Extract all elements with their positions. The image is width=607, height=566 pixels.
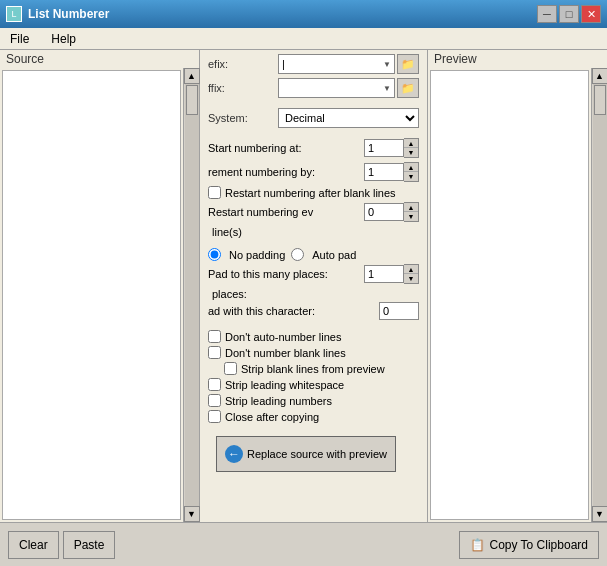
strip-blank-row: Strip blank lines from preview bbox=[208, 362, 419, 375]
close-after-checkbox[interactable] bbox=[208, 410, 221, 423]
strip-blank-checkbox[interactable] bbox=[224, 362, 237, 375]
replace-icon: ← bbox=[225, 445, 243, 463]
pad-many-up-arrow[interactable]: ▲ bbox=[404, 265, 418, 274]
strip-num-checkbox[interactable] bbox=[208, 394, 221, 407]
system-select[interactable]: Decimal Roman Alpha Binary bbox=[278, 108, 419, 128]
title-bar: L List Numberer ─ □ ✕ bbox=[0, 0, 607, 28]
start-label: Start numbering at: bbox=[208, 142, 364, 154]
start-arrows: ▲ ▼ bbox=[404, 138, 419, 158]
auto-pad-label: Auto pad bbox=[312, 249, 356, 261]
pad-many-input[interactable] bbox=[364, 265, 404, 283]
restart-every-down-arrow[interactable]: ▼ bbox=[404, 212, 418, 221]
increment-arrows: ▲ ▼ bbox=[404, 162, 419, 182]
ffix-label: ffix: bbox=[208, 82, 278, 94]
title-bar-left: L List Numberer bbox=[6, 6, 109, 22]
no-auto-label: Don't auto-number lines bbox=[225, 331, 341, 343]
copy-clipboard-button[interactable]: 📋 Copy To Clipboard bbox=[459, 531, 599, 559]
preview-scrollbar[interactable]: ▲ ▼ bbox=[591, 68, 607, 522]
ffix-row: ffix: ▼ 📁 bbox=[208, 78, 419, 98]
source-scrollbar[interactable]: ▲ ▼ bbox=[183, 68, 199, 522]
start-input[interactable] bbox=[364, 139, 404, 157]
pad-char-label: ad with this character: bbox=[208, 305, 379, 317]
close-after-label: Close after copying bbox=[225, 411, 319, 423]
increment-spinbox: ▲ ▼ bbox=[364, 162, 419, 182]
strip-ws-label: Strip leading whitespace bbox=[225, 379, 344, 391]
preview-scroll-thumb[interactable] bbox=[594, 85, 606, 115]
preview-label: Preview bbox=[428, 50, 607, 68]
system-row: System: Decimal Roman Alpha Binary bbox=[208, 108, 419, 128]
source-textarea[interactable] bbox=[2, 70, 181, 520]
restart-every-row: Restart numbering ev ▲ ▼ bbox=[208, 202, 419, 222]
maximize-button[interactable]: □ bbox=[559, 5, 579, 23]
restart-every-suffix: line(s) bbox=[208, 226, 419, 238]
replace-source-button[interactable]: ← Replace source with preview bbox=[216, 436, 396, 472]
no-blank-label: Don't number blank lines bbox=[225, 347, 346, 359]
padding-radio-row: No padding Auto pad bbox=[208, 248, 419, 261]
start-row: Start numbering at: ▲ ▼ bbox=[208, 138, 419, 158]
source-panel: Source ▲ ▼ bbox=[0, 50, 200, 522]
efix-label: efix: bbox=[208, 58, 278, 70]
copy-icon: 📋 bbox=[470, 538, 485, 552]
preview-scroll-up-arrow[interactable]: ▲ bbox=[592, 68, 608, 84]
preview-scroll-down-arrow[interactable]: ▼ bbox=[592, 506, 608, 522]
bottom-left: Clear Paste bbox=[8, 531, 115, 559]
ffix-folder-button[interactable]: 📁 bbox=[397, 78, 419, 98]
efix-dropdown[interactable]: | ▼ bbox=[278, 54, 395, 74]
restart-every-input[interactable] bbox=[364, 203, 404, 221]
clear-button[interactable]: Clear bbox=[8, 531, 59, 559]
title-buttons: ─ □ ✕ bbox=[537, 5, 601, 23]
strip-ws-checkbox[interactable] bbox=[208, 378, 221, 391]
menu-bar: File Help bbox=[0, 28, 607, 50]
increment-up-arrow[interactable]: ▲ bbox=[404, 163, 418, 172]
paste-button[interactable]: Paste bbox=[63, 531, 116, 559]
increment-down-arrow[interactable]: ▼ bbox=[404, 172, 418, 181]
pad-many-down-arrow[interactable]: ▼ bbox=[404, 274, 418, 283]
no-padding-radio[interactable] bbox=[208, 248, 221, 261]
ffix-dropdown[interactable]: ▼ bbox=[278, 78, 395, 98]
increment-input[interactable] bbox=[364, 163, 404, 181]
restart-blank-checkbox[interactable] bbox=[208, 186, 221, 199]
scroll-down-arrow[interactable]: ▼ bbox=[184, 506, 200, 522]
close-button[interactable]: ✕ bbox=[581, 5, 601, 23]
close-after-row: Close after copying bbox=[208, 410, 419, 423]
start-spinbox: ▲ ▼ bbox=[364, 138, 419, 158]
no-padding-label: No padding bbox=[229, 249, 285, 261]
preview-panel: Preview ▲ ▼ bbox=[427, 50, 607, 522]
restart-every-label: Restart numbering ev bbox=[208, 206, 364, 218]
preview-textarea[interactable] bbox=[430, 70, 589, 520]
efix-row: efix: | ▼ 📁 bbox=[208, 54, 419, 74]
paste-label: Paste bbox=[74, 538, 105, 552]
bottom-bar: Clear Paste 📋 Copy To Clipboard bbox=[0, 522, 607, 566]
increment-label: rement numbering by: bbox=[208, 166, 364, 178]
restart-every-arrows: ▲ ▼ bbox=[404, 202, 419, 222]
restart-every-up-arrow[interactable]: ▲ bbox=[404, 203, 418, 212]
app-icon: L bbox=[6, 6, 22, 22]
no-auto-checkbox[interactable] bbox=[208, 330, 221, 343]
start-up-arrow[interactable]: ▲ bbox=[404, 139, 418, 148]
efix-value: | bbox=[282, 58, 285, 70]
main-area: Source ▲ ▼ efix: | ▼ 📁 ffix: ▼ bbox=[0, 50, 607, 522]
system-label: System: bbox=[208, 112, 278, 124]
minimize-button[interactable]: ─ bbox=[537, 5, 557, 23]
settings-panel: efix: | ▼ 📁 ffix: ▼ 📁 System: Decimal Ro… bbox=[200, 50, 427, 522]
start-down-arrow[interactable]: ▼ bbox=[404, 148, 418, 157]
scroll-thumb[interactable] bbox=[186, 85, 198, 115]
scroll-up-arrow[interactable]: ▲ bbox=[184, 68, 200, 84]
restart-blank-label: Restart numbering after blank lines bbox=[225, 187, 396, 199]
ffix-dropdown-arrow: ▼ bbox=[383, 84, 391, 93]
copy-clipboard-label: Copy To Clipboard bbox=[489, 538, 588, 552]
auto-pad-radio[interactable] bbox=[291, 248, 304, 261]
pad-many-spinbox: ▲ ▼ bbox=[364, 264, 419, 284]
efix-folder-button[interactable]: 📁 bbox=[397, 54, 419, 74]
no-blank-row: Don't number blank lines bbox=[208, 346, 419, 359]
pad-char-input[interactable] bbox=[379, 302, 419, 320]
pad-many-arrows: ▲ ▼ bbox=[404, 264, 419, 284]
clear-label: Clear bbox=[19, 538, 48, 552]
menu-file[interactable]: File bbox=[4, 30, 35, 48]
increment-row: rement numbering by: ▲ ▼ bbox=[208, 162, 419, 182]
no-blank-checkbox[interactable] bbox=[208, 346, 221, 359]
restart-every-spinbox: ▲ ▼ bbox=[364, 202, 419, 222]
menu-help[interactable]: Help bbox=[45, 30, 82, 48]
strip-ws-row: Strip leading whitespace bbox=[208, 378, 419, 391]
strip-blank-label: Strip blank lines from preview bbox=[241, 363, 385, 375]
